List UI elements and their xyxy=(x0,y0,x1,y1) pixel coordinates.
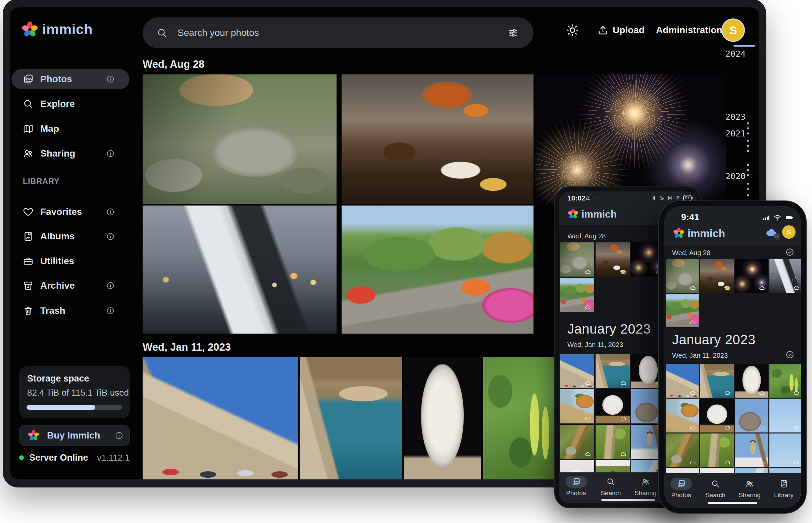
administration-link[interactable]: Administration xyxy=(656,25,722,36)
sidebar-item-sharing[interactable]: Sharing xyxy=(12,144,129,164)
photo-lizard2-thumbnail[interactable] xyxy=(700,433,734,467)
server-status-row: Server Online v1.112.1 xyxy=(19,451,130,464)
photo-berries-thumbnail[interactable] xyxy=(770,364,801,398)
photo-fortress-thumbnail[interactable] xyxy=(666,364,699,398)
photo-coastal-thumbnail[interactable] xyxy=(700,364,734,398)
theme-toggle-icon[interactable] xyxy=(566,23,579,37)
photo-beach-thumbnail[interactable] xyxy=(666,399,699,432)
app-wordmark: immich xyxy=(42,21,92,38)
storage-panel: Storage space 82.4 TiB of 115.1 TiB used xyxy=(19,366,130,418)
cloud-backup-icon xyxy=(584,269,592,275)
nav-tab-photos[interactable]: Photos xyxy=(559,476,593,497)
photo-lizard1-thumbnail[interactable] xyxy=(666,433,699,467)
photo-dinner-thumbnail[interactable] xyxy=(700,259,734,293)
nav-tab-sharing[interactable]: Sharing xyxy=(628,476,663,497)
date-group-heading: Wed, Aug 28 xyxy=(567,232,606,240)
search-filter-icon[interactable] xyxy=(507,27,519,39)
info-icon[interactable] xyxy=(106,208,115,216)
select-group-check-icon[interactable] xyxy=(785,248,794,256)
photo-fortress-thumbnail[interactable] xyxy=(560,354,594,388)
nav-tab-search[interactable]: Search xyxy=(698,478,732,499)
photo-coastal-thumbnail[interactable] xyxy=(595,354,630,388)
scrubber-ticks xyxy=(747,161,749,179)
photo-fireworks-thumbnail[interactable] xyxy=(735,259,768,293)
do-not-disturb-moon-icon xyxy=(659,195,665,201)
photo-autumn-park[interactable] xyxy=(342,205,534,333)
cloud-backup-icon xyxy=(619,380,627,386)
buy-immich-button[interactable]: Buy Immich xyxy=(19,425,130,446)
storage-usage: 82.4 TiB of 115.1 TiB used xyxy=(27,387,129,398)
nav-label: Photos xyxy=(566,489,586,497)
photo-lizard1-thumbnail[interactable] xyxy=(560,425,594,459)
scrubber-position-indicator[interactable] xyxy=(733,45,755,47)
photo-sculpture-thumbnail[interactable] xyxy=(700,399,734,432)
info-icon[interactable] xyxy=(115,431,123,440)
server-status-label: Server Online xyxy=(29,453,88,463)
info-icon[interactable] xyxy=(106,149,115,158)
user-avatar[interactable]: S xyxy=(782,225,796,239)
user-avatar[interactable]: S xyxy=(721,18,745,42)
photo-sea-grapes[interactable] xyxy=(483,357,561,480)
cloud-backup-icon xyxy=(619,269,627,275)
sidebar-item-archive[interactable]: Archive xyxy=(12,275,129,296)
explore-search-icon xyxy=(23,98,34,109)
photo-ruins-thumbnail[interactable] xyxy=(735,399,768,432)
month-heading: January 2023 xyxy=(672,332,755,347)
cloud-backup-icon xyxy=(689,459,697,466)
photo-beach-thumbnail[interactable] xyxy=(560,389,594,423)
search-bar[interactable] xyxy=(143,17,534,48)
immich-logo-icon xyxy=(673,227,685,239)
select-group-check-icon[interactable] xyxy=(785,350,794,359)
sidebar-item-explore[interactable]: Explore xyxy=(12,94,129,114)
photo-bust-thumbnail[interactable] xyxy=(735,364,768,398)
photo-holding-hands[interactable] xyxy=(143,205,336,333)
photo-park-thumbnail[interactable] xyxy=(666,294,699,327)
photo-monkeys-thumbnail[interactable] xyxy=(666,259,699,293)
photo-hands-thumbnail[interactable] xyxy=(770,259,801,293)
immich-logo-icon xyxy=(21,21,39,38)
backup-cloud-button[interactable] xyxy=(765,226,779,239)
info-icon[interactable] xyxy=(106,232,115,241)
photo-monkeys-thumbnail[interactable] xyxy=(560,242,594,276)
cloud-backup-icon xyxy=(689,425,697,431)
upload-button[interactable]: Upload xyxy=(597,23,644,37)
photo-monkeys-zoo[interactable] xyxy=(143,74,336,204)
no-sim-icon xyxy=(667,195,673,201)
nav-tab-library[interactable]: Library xyxy=(767,478,801,499)
photo-coastal-bay[interactable] xyxy=(300,357,402,480)
photo-sky-thumbnail[interactable] xyxy=(770,399,801,432)
app-wordmark: immich xyxy=(688,227,725,240)
sidebar-item-photos[interactable]: Photos xyxy=(12,69,129,89)
nav-tab-photos[interactable]: Photos xyxy=(664,478,698,499)
search-icon xyxy=(157,28,168,38)
cloud-backup-icon xyxy=(723,285,731,291)
photos-icon xyxy=(572,477,581,486)
nav-tab-sharing[interactable]: Sharing xyxy=(732,478,767,499)
photo-dinner-table[interactable] xyxy=(342,74,534,204)
sidebar-item-albums[interactable]: Albums xyxy=(12,226,129,247)
nav-label: Search xyxy=(705,491,725,499)
sidebar-item-utilities[interactable]: Utilities xyxy=(12,251,129,271)
photo-fireworks[interactable] xyxy=(535,74,726,204)
info-icon[interactable] xyxy=(106,75,115,84)
photo-dinner-thumbnail[interactable] xyxy=(595,242,630,276)
photo-marble-bust[interactable] xyxy=(404,357,481,480)
photo-lizard2-thumbnail[interactable] xyxy=(595,425,630,459)
info-icon[interactable] xyxy=(106,306,115,315)
cloud-backup-icon xyxy=(584,415,592,422)
scrubber-year-2024[interactable]: 2024 xyxy=(721,49,746,59)
backup-complete-check-icon xyxy=(774,233,780,240)
date-group-heading: Wed, Jan 11, 2023 xyxy=(567,341,623,349)
photo-sculpture-thumbnail[interactable] xyxy=(595,389,630,423)
sidebar-item-map[interactable]: Map xyxy=(12,119,129,139)
photo-sky-thumbnail[interactable] xyxy=(770,433,801,467)
info-icon[interactable] xyxy=(106,281,115,290)
search-input[interactable] xyxy=(177,27,507,39)
photo-fortress-wall[interactable] xyxy=(143,357,298,480)
photo-park-thumbnail[interactable] xyxy=(560,278,594,312)
search-icon xyxy=(606,477,615,486)
sidebar-item-favorites[interactable]: Favorites xyxy=(12,202,129,222)
nav-tab-search[interactable]: Search xyxy=(593,476,628,497)
photo-winter-thumbnail[interactable] xyxy=(735,433,768,467)
sidebar-item-trash[interactable]: Trash xyxy=(12,301,129,321)
